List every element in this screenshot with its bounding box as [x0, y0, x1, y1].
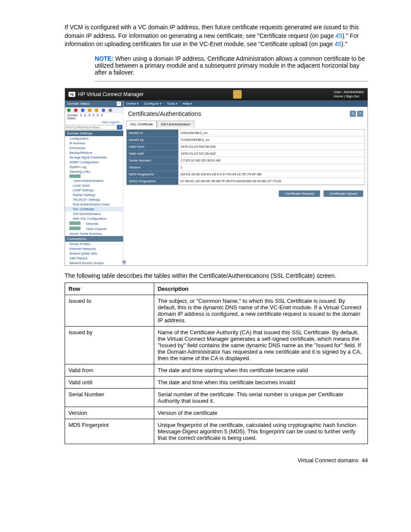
table-row: Issued byName of the Certificate Authori…	[65, 326, 368, 364]
lbl-valid-until: Valid until:	[127, 150, 178, 157]
nav-users-auth[interactable]: Users/Authentication	[65, 174, 123, 183]
nav-stacking-links[interactable]: Stacking Links	[65, 169, 123, 174]
signout-link[interactable]: Sign Out	[346, 94, 359, 98]
nav-network-access-groups[interactable]: Network Access Groups	[65, 261, 123, 265]
status-unknown-icon	[109, 109, 112, 112]
nav-server-serials[interactable]: Server Serial Numbers	[65, 231, 123, 236]
certificate-request-button[interactable]: Certificate Request	[279, 190, 320, 197]
status-warn2-icon	[95, 109, 98, 112]
nav-enclosures[interactable]: Enclosures	[65, 146, 123, 150]
lbl-issued-by: Issued by:	[127, 137, 178, 143]
home-link[interactable]: Home	[334, 94, 343, 98]
nav-backup-restore[interactable]: Backup/Restore	[65, 150, 123, 155]
val-md5: 2D:D3:19:0E:DA:63:1B:C4:27:FA:44:1E:55:7…	[178, 171, 364, 178]
nav-storage-creds[interactable]: Storage Mgmt Credentials	[65, 155, 123, 160]
collapse-icon[interactable]: −	[117, 102, 121, 106]
val-version: 1	[178, 164, 364, 171]
val-valid-from: 1970-01-01T00:58:20Z	[178, 143, 364, 150]
table-row: VersionVersion of the certificate	[65, 407, 368, 419]
nav-role-auth-order[interactable]: Role Authentication Order	[65, 202, 123, 207]
nav-radius[interactable]: Radius Settings	[65, 193, 123, 197]
table-row: Issued toThe subject, or "Common Name," …	[65, 295, 368, 326]
menu-tools[interactable]: Tools	[167, 102, 177, 106]
col-row: Row	[65, 283, 154, 295]
note-text: When using a domain IP address, Certific…	[95, 55, 365, 76]
table-row: Valid fromThe date and time starting whe…	[65, 364, 368, 376]
domain-status-header: Domain Status −	[65, 100, 123, 107]
nav-server-profiles[interactable]: Server Profiles	[65, 242, 123, 246]
val-valid-until: 1970-01-01T01:06:40Z	[178, 150, 364, 157]
status-info-icon	[81, 109, 84, 112]
status-other-icon	[102, 109, 105, 112]
nav-ldap[interactable]: LDAP Settings	[65, 188, 123, 193]
view-legend-link[interactable]: View Legend...	[65, 120, 123, 124]
val-sha1: 07:90:0C:2D:A9:0E:59:4B:7F:00:FD:A3:E6:B…	[178, 178, 364, 185]
lbl-version: Version:	[127, 164, 178, 171]
nav-configuration[interactable]: Configuration	[65, 136, 123, 141]
nav-fibre-channel[interactable]: Fibre Channel	[65, 226, 123, 231]
val-issued-to: USE6281BK2_cn	[178, 130, 364, 137]
nav-san-fabrics[interactable]: SAN Fabrics	[65, 256, 123, 261]
menu-help[interactable]: Help	[183, 102, 192, 106]
nav-shared-uplink[interactable]: Shared Uplink Sets	[65, 251, 123, 256]
domain-settings-header: Domain Settings	[65, 131, 123, 136]
decorative-gold-icon	[233, 90, 242, 99]
nav-ethernet-networks[interactable]: Ethernet Networks	[65, 246, 123, 251]
lbl-serial: Serial Number:	[127, 157, 178, 164]
certificate-details-table: Issued to:USE6281BK2_cn Issued by:TUSE62…	[126, 129, 365, 185]
certificate-upload-button[interactable]: Certificate Upload	[324, 190, 363, 197]
nav-web-ssl[interactable]: Web SSL Configuration	[65, 216, 123, 221]
table-intro-text: The following table describes the tables…	[65, 272, 368, 279]
scroll-down-icon[interactable]: ▼	[122, 260, 126, 264]
nav-snmp[interactable]: SNMP Configuration	[65, 160, 123, 165]
nav-ip-address[interactable]: IP Address	[65, 141, 123, 146]
intro-paragraph: If VCM is configured with a VC domain IP…	[65, 23, 368, 49]
val-serial: C7:E5:1F:8D:3D:30:01:6D	[178, 157, 364, 164]
nav-ssl-certificate[interactable]: SSL Certificate	[65, 207, 123, 212]
col-description: Description	[154, 283, 368, 295]
menu-configure[interactable]: Configure	[144, 102, 162, 106]
lbl-sha1: SHA1 Fingerprint:	[127, 178, 178, 185]
tab-ssl-certificate[interactable]: SSL Certificate	[126, 121, 157, 128]
lbl-issued-to: Issued to:	[127, 130, 178, 137]
help-icon[interactable]: ?	[357, 111, 363, 117]
titlebar: hp HP Virtual Connect Manager User : Adm…	[65, 88, 367, 100]
page-ref-2[interactable]: 45	[335, 40, 342, 47]
menu-define[interactable]: Define	[126, 102, 139, 106]
note-label: NOTE:	[95, 55, 114, 62]
table-row: Serial NumberSerial number of the certif…	[65, 388, 368, 407]
main-panel: Define Configure Tools Help Certificates…	[124, 100, 367, 265]
screenshot-hp-vcm: hp HP Virtual Connect Manager User : Adm…	[65, 88, 368, 266]
nav-local-users[interactable]: Local Users	[65, 183, 123, 188]
description-table: Row Description Issued toThe subject, or…	[65, 283, 368, 444]
val-issued-by: TUSE6281BK2_cn	[178, 137, 364, 143]
nav-tacacs[interactable]: TACACS+ Settings	[65, 197, 123, 202]
status-ok-icon	[67, 109, 71, 112]
lbl-valid-from: Valid from:	[127, 143, 178, 150]
page-footer: Virtual Connect domains 44	[65, 457, 368, 464]
lbl-md5: MD5 Fingerprint:	[127, 171, 178, 178]
domain-status-line: Domain 0 0 0 0 0 0Status	[65, 113, 123, 120]
tab-ssh-administration[interactable]: SSH Administration	[157, 121, 194, 128]
table-row: Valid untilThe date and time when this c…	[65, 376, 368, 388]
page-title: Certificates/Authentications	[128, 110, 201, 117]
nav-ethernet[interactable]: Ethernet	[65, 221, 123, 226]
print-icon[interactable]: ⎙	[350, 111, 356, 117]
hp-logo-icon: hp	[68, 92, 75, 97]
search-button[interactable]: ?	[117, 125, 122, 130]
status-warn-icon	[88, 109, 91, 112]
status-critical-icon	[74, 109, 78, 112]
sidebar: Domain Status − Domain 0 0 0 0 0 0Status…	[65, 100, 124, 265]
note-block: NOTE: When using a domain IP address, Ce…	[95, 55, 368, 81]
table-row: MD5 FingerprintUnique fingerprint of the…	[65, 419, 368, 444]
nav-ssh-admin[interactable]: SSH Administration	[65, 212, 123, 216]
app-title: HP Virtual Connect Manager	[78, 91, 143, 97]
menubar: Define Configure Tools Help	[124, 100, 367, 107]
user-info: User : Administrator Home | Sign Out	[334, 90, 364, 98]
page-ref-1[interactable]: 45	[336, 32, 342, 39]
connections-header: Connections	[65, 236, 123, 242]
search-input[interactable]	[66, 125, 117, 130]
nav-system-log[interactable]: System Log	[65, 165, 123, 169]
status-icons-row	[65, 107, 123, 113]
